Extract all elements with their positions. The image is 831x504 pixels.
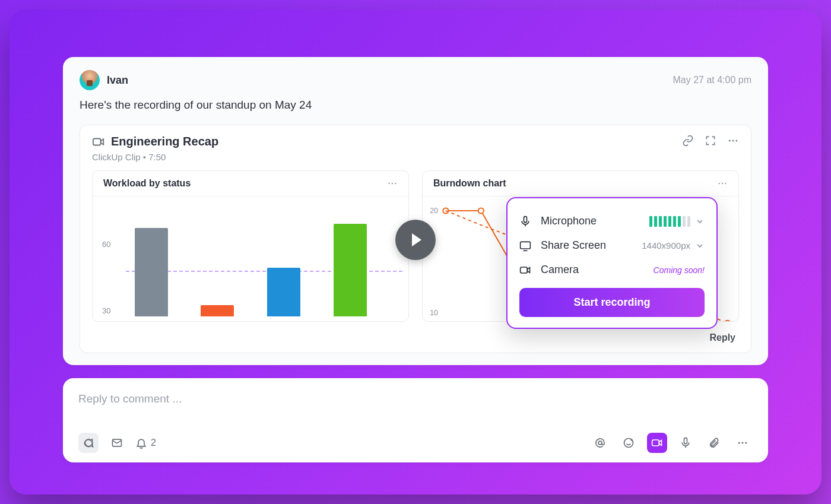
reply-input[interactable]: Reply to comment ... — [78, 392, 753, 405]
svg-point-6 — [395, 183, 396, 184]
y-tick: 20 — [430, 207, 438, 215]
clip-preview: Workload by status 3060 Burndown chart — [92, 170, 739, 322]
svg-rect-16 — [652, 440, 659, 446]
camera-label: Camera — [541, 264, 579, 276]
comment-timestamp: May 27 at 4:00 pm — [673, 75, 751, 85]
mic-bar — [654, 216, 657, 227]
mic-bar — [649, 216, 652, 227]
notification-bell[interactable]: 2 — [135, 437, 156, 449]
chevron-down-icon[interactable] — [695, 217, 705, 226]
start-recording-button[interactable]: Start recording — [519, 288, 705, 317]
link-icon[interactable] — [682, 135, 694, 147]
attachment-icon[interactable] — [704, 433, 724, 453]
microphone-label: Microphone — [541, 215, 597, 227]
record-video-button[interactable] — [647, 433, 667, 453]
emoji-icon[interactable] — [619, 433, 639, 453]
svg-point-19 — [742, 442, 744, 444]
svg-point-14 — [598, 441, 602, 445]
play-icon — [412, 233, 421, 246]
mic-bar — [673, 216, 676, 227]
record-audio-icon[interactable] — [675, 433, 696, 453]
clip-title: Engineering Recap — [111, 135, 218, 148]
app-window: Ivan May 27 at 4:00 pm Here's the record… — [9, 9, 822, 495]
comment-author: Ivan — [80, 70, 128, 90]
mic-bar — [683, 216, 686, 227]
video-icon — [92, 135, 105, 148]
svg-rect-17 — [684, 438, 687, 444]
mic-bar — [664, 216, 667, 227]
svg-rect-12 — [521, 267, 528, 273]
comment-body: Here's the recording of our standup on M… — [80, 99, 751, 112]
chart-more-icon[interactable] — [717, 178, 728, 189]
camera-row: Camera Coming soon! — [519, 258, 705, 282]
share-screen-value: 1440x900px — [642, 240, 690, 251]
workload-title: Workload by status — [103, 178, 191, 189]
svg-point-3 — [735, 140, 737, 142]
chart-more-icon[interactable] — [387, 178, 398, 189]
expand-icon[interactable] — [705, 135, 716, 147]
microphone-icon — [519, 215, 531, 227]
svg-point-2 — [732, 140, 734, 142]
data-point — [478, 208, 484, 214]
comment-icon[interactable] — [78, 433, 99, 453]
mic-level-meter — [649, 216, 690, 227]
y-tick: 30 — [102, 306, 110, 315]
play-button[interactable] — [395, 220, 436, 260]
bar — [135, 228, 168, 316]
clip-header: Engineering Recap ClickUp Clip • 7:50 — [92, 135, 739, 170]
mic-bar — [668, 216, 671, 227]
author-name: Ivan — [107, 74, 128, 87]
svg-point-1 — [729, 140, 731, 142]
svg-point-7 — [719, 183, 720, 184]
clip-actions — [682, 135, 739, 147]
more-icon[interactable] — [727, 135, 739, 147]
mail-icon[interactable] — [107, 433, 127, 453]
reply-box: Reply to comment ... 2 — [63, 378, 768, 462]
clip-meta: ClickUp Clip • 7:50 — [92, 152, 218, 162]
svg-point-18 — [738, 442, 740, 444]
y-tick: 60 — [102, 240, 110, 249]
svg-point-9 — [725, 183, 726, 184]
chevron-down-icon[interactable] — [695, 241, 705, 251]
reply-button[interactable]: Reply — [709, 332, 735, 343]
reply-toolbar: 2 — [78, 433, 753, 453]
notification-count: 2 — [151, 438, 156, 448]
microphone-row[interactable]: Microphone — [519, 209, 705, 233]
burndown-title: Burndown chart — [433, 178, 506, 189]
bar — [334, 224, 367, 316]
svg-rect-10 — [524, 216, 527, 222]
svg-point-20 — [745, 442, 747, 444]
data-point — [725, 321, 730, 321]
mic-bar — [678, 216, 681, 227]
svg-point-5 — [392, 183, 393, 184]
comment-header: Ivan May 27 at 4:00 pm — [80, 70, 751, 90]
camera-note: Coming soon! — [654, 265, 705, 275]
mic-bar — [659, 216, 662, 227]
bar — [201, 305, 234, 316]
svg-point-4 — [389, 183, 390, 184]
bar — [267, 268, 300, 316]
more-icon[interactable] — [732, 433, 753, 453]
clip-card: Engineering Recap ClickUp Clip • 7:50 — [80, 125, 751, 353]
mic-bar — [687, 216, 690, 227]
screen-icon — [519, 240, 531, 252]
svg-rect-11 — [521, 242, 531, 249]
svg-point-8 — [722, 183, 723, 184]
mention-icon[interactable] — [590, 433, 610, 453]
share-screen-row[interactable]: Share Screen 1440x900px — [519, 233, 705, 258]
comment-card: Ivan May 27 at 4:00 pm Here's the record… — [63, 57, 768, 365]
data-point — [443, 208, 448, 214]
y-tick: 10 — [430, 309, 438, 317]
share-screen-label: Share Screen — [541, 239, 606, 252]
avatar[interactable] — [80, 70, 100, 90]
camera-icon — [519, 264, 531, 276]
recording-popover: Microphone — [506, 197, 718, 329]
svg-rect-0 — [93, 138, 101, 145]
workload-chart: Workload by status 3060 — [92, 170, 409, 322]
